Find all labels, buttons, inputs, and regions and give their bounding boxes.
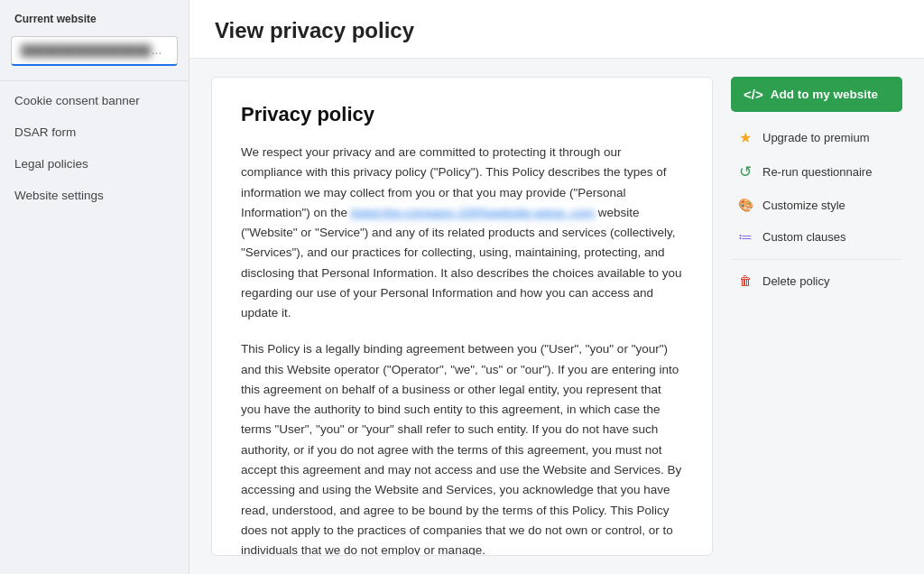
page-title: View privacy policy [215, 18, 899, 43]
right-sidebar: </> Add to my website ★ Upgrade to premi… [731, 77, 902, 556]
sidebar-item-website-settings[interactable]: Website settings [0, 180, 189, 211]
action-divider [731, 259, 902, 260]
content-area: Privacy policy We respect your privacy a… [189, 59, 924, 574]
website-name: ████████████████████ [21, 44, 174, 57]
trash-icon: 🗑 [736, 273, 754, 288]
delete-policy-item[interactable]: 🗑 Delete policy [731, 265, 902, 296]
website-selector[interactable]: ████████████████████ [11, 36, 178, 66]
delete-policy-label: Delete policy [762, 274, 829, 288]
paint-icon: 🎨 [736, 198, 754, 212]
star-icon: ★ [736, 129, 754, 146]
policy-title: Privacy policy [241, 103, 683, 126]
policy-paragraph-2: This Policy is a legally binding agreeme… [241, 339, 683, 556]
policy-paragraph-1: We respect your privacy and are committe… [241, 143, 683, 323]
rerun-questionnaire-item[interactable]: ↺ Re-run questionnaire [731, 154, 902, 190]
list-icon: ≔ [736, 228, 754, 245]
sidebar-section-header: Current website [0, 0, 189, 32]
sidebar: Current website ████████████████████ Coo… [0, 0, 189, 574]
add-to-website-button[interactable]: </> Add to my website [731, 77, 902, 112]
policy-link[interactable]: listed-the-company-100%website-setup-.co… [351, 206, 595, 219]
main-header: View privacy policy [189, 0, 924, 59]
upgrade-label: Upgrade to premium [762, 131, 870, 144]
sidebar-item-cookie-consent[interactable]: Cookie consent banner [0, 85, 189, 116]
upgrade-to-premium-item[interactable]: ★ Upgrade to premium [731, 121, 902, 154]
policy-text-1b: website ("Website" or "Service") and any… [241, 206, 682, 319]
rerun-label: Re-run questionnaire [762, 165, 872, 179]
sidebar-item-legal-policies[interactable]: Legal policies [0, 148, 189, 180]
custom-clauses-label: Custom clauses [762, 230, 845, 244]
customize-label: Customize style [762, 199, 845, 212]
custom-clauses-item[interactable]: ≔ Custom clauses [731, 220, 902, 254]
add-to-website-label: Add to my website [771, 88, 878, 101]
sidebar-divider [0, 80, 189, 81]
customize-style-item[interactable]: 🎨 Customize style [731, 190, 902, 220]
refresh-icon: ↺ [736, 162, 754, 181]
sidebar-item-dsar-form[interactable]: DSAR form [0, 116, 189, 148]
policy-card: Privacy policy We respect your privacy a… [211, 77, 713, 556]
code-icon: </> [744, 87, 763, 102]
main-content: View privacy policy Privacy policy We re… [189, 0, 924, 574]
